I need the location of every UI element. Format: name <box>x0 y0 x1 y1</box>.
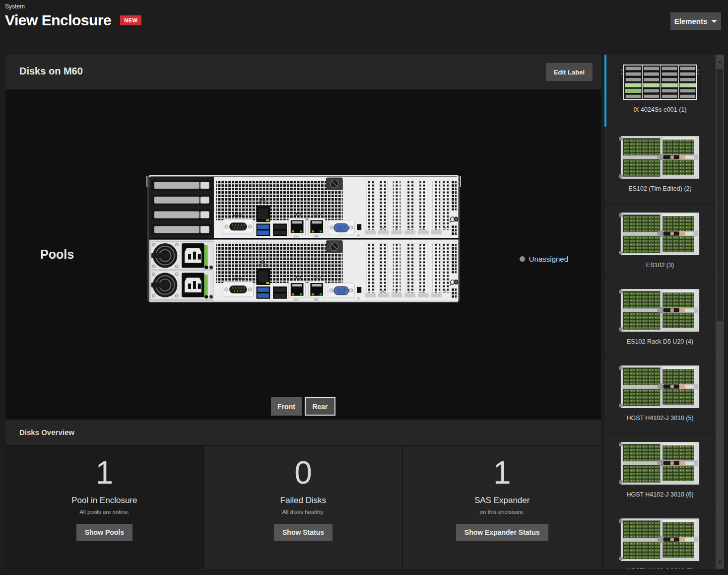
front-view-button[interactable]: Front <box>271 397 302 416</box>
legend-unassigned: Unassigned <box>520 255 568 263</box>
enclosure-label: ES102 (3) <box>646 262 674 269</box>
enclosure-rear-image <box>146 175 461 304</box>
sas-expander-count: 1 <box>493 457 511 489</box>
breadcrumb[interactable]: System <box>5 3 25 10</box>
enclosure-list-item[interactable]: ES102 (3) <box>604 204 716 280</box>
sas-expander-card-label: SAS Expander <box>474 496 530 505</box>
enclosure-label: iX 4024Ss e001 (1) <box>633 106 686 113</box>
show-pools-button[interactable]: Show Pools <box>76 524 132 541</box>
selected-indicator <box>604 55 606 127</box>
page-title: View Enclosure <box>5 12 111 29</box>
enclosure-list: iX 4024Ss e001 (1) ES102 (Tim Edited) (2… <box>604 55 716 569</box>
enclosure-label: ES102 (Tim Edited) (2) <box>628 185 691 192</box>
page-header: System View Enclosure NEW Elements <box>0 0 728 39</box>
disks-panel-title: Disks on M60 <box>19 66 83 77</box>
enclosure-list-item[interactable]: HGST H4102-J 3010 (7) <box>604 509 716 569</box>
scrollbar-thumb[interactable] <box>717 69 723 321</box>
enclosure-list-item[interactable]: ES102 (Tim Edited) (2) <box>604 127 716 204</box>
show-status-button[interactable]: Show Status <box>274 524 332 541</box>
enclosure-list-item[interactable]: HGST H4102-J 3010 (6) <box>604 433 716 509</box>
sas-expander-card-subtext: on this enclosure. <box>480 509 525 515</box>
enclosure-list-item[interactable]: ES102 Rack D5 U20 (4) <box>604 280 716 357</box>
disks-overview-title: Disks Overview <box>19 428 74 436</box>
chevron-down-icon <box>711 20 717 23</box>
enclosure-list-item[interactable]: iX 4024Ss e001 (1) <box>604 55 716 127</box>
enclosure-label: HGST H4102-J 3010 (6) <box>626 491 693 498</box>
disks-overview-header: Disks Overview <box>5 420 601 446</box>
view-toggle: Front Rear <box>5 397 601 416</box>
rear-view-button[interactable]: Rear <box>305 397 335 416</box>
enclosure-label: HGST H4102-J 3010 (7) <box>626 568 693 569</box>
enclosure-thumbnail <box>617 517 703 562</box>
overview-cards: 1 Pool in Enclosure All pools are online… <box>5 446 601 569</box>
disks-panel: Disks on M60 Edit Label Pools Unassigned <box>5 55 601 569</box>
new-badge: NEW <box>120 15 141 25</box>
enclosure-thumbnail <box>617 441 703 486</box>
edit-label-button[interactable]: Edit Label <box>546 63 593 81</box>
pools-label: Pools <box>40 247 74 262</box>
failed-disks-card-label: Failed Disks <box>280 496 327 505</box>
disks-panel-header: Disks on M60 Edit Label <box>5 55 601 89</box>
failed-disks-count: 0 <box>294 457 312 489</box>
enclosure-viewer: Pools Unassigned <box>5 89 601 420</box>
elements-dropdown-label: Elements <box>674 17 708 25</box>
enclosure-label: HGST H4102-J 3010 (5) <box>626 415 693 422</box>
enclosure-thumbnail <box>617 288 703 333</box>
elements-dropdown-button[interactable]: Elements <box>670 12 721 30</box>
pools-card-subtext: All pools are online. <box>79 509 129 515</box>
show-expander-status-button[interactable]: Show Expander Status <box>456 524 548 541</box>
failed-disks-card-subtext: All disks healthy. <box>282 509 325 515</box>
unassigned-dot-icon <box>520 256 525 262</box>
enclosure-label: ES102 Rack D5 U20 (4) <box>627 338 693 345</box>
enclosure-thumbnail <box>617 135 703 180</box>
enclosure-list-item[interactable]: HGST H4102-J 3010 (5) <box>604 357 716 433</box>
pools-count: 1 <box>96 457 114 489</box>
enclosure-thumbnail <box>617 64 703 101</box>
failed-disks-card: 0 Failed Disks All disks healthy. Show S… <box>204 446 402 569</box>
scroll-down-icon[interactable]: ▼ <box>716 555 724 569</box>
pools-card-label: Pool in Enclosure <box>71 496 137 505</box>
enclosure-thumbnail <box>617 364 703 409</box>
sas-expander-card: 1 SAS Expander on this enclosure. Show E… <box>403 446 601 569</box>
unassigned-label: Unassigned <box>529 255 568 263</box>
pools-card: 1 Pool in Enclosure All pools are online… <box>5 446 203 569</box>
sidebar-scrollbar: ▲ ▼ <box>716 55 724 569</box>
enclosure-thumbnail <box>617 212 703 256</box>
enclosure-sidebar: iX 4024Ss e001 (1) ES102 (Tim Edited) (2… <box>604 55 724 569</box>
scroll-up-icon[interactable]: ▲ <box>716 55 724 69</box>
